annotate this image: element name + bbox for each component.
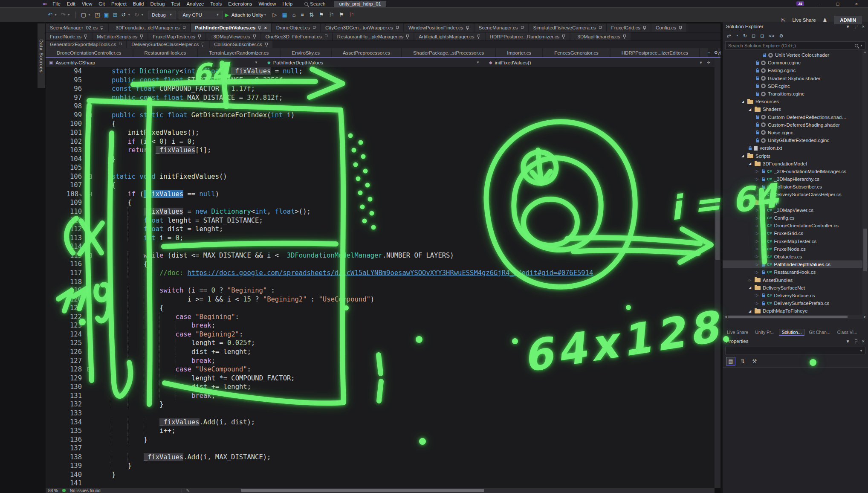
tree-item-3dfoundationmodel[interactable]: ◢3DFoundationModel	[723, 160, 868, 168]
expander-closed-icon[interactable]: ▷	[756, 302, 760, 305]
editor-vertical-scrollbar[interactable]	[715, 58, 720, 488]
tab-pathfinderdepthvalues-cs[interactable]: PathfinderDepthValues.cs×	[191, 23, 271, 32]
save-all-icon[interactable]: ⊞	[113, 12, 118, 17]
redo-icon[interactable]: ↻	[134, 12, 139, 17]
expander-open-icon[interactable]: ◢	[749, 200, 752, 204]
tree-item--3dmaphierarchy-cs[interactable]: ▷C#_3DMapHierarchy.cs	[723, 175, 868, 183]
expander-closed-icon[interactable]: ▷	[749, 278, 752, 282]
scroll-left-icon[interactable]: ◀	[723, 315, 728, 319]
tree-item-deliverysurface-cs[interactable]: ▷C#DeliverySurface.cs	[723, 292, 868, 299]
properties-object-combobox[interactable]: ▼	[725, 347, 865, 354]
nav-forward-icon[interactable]: ↷	[61, 12, 66, 17]
admin-button[interactable]: ADMIN	[834, 16, 862, 24]
tab-collisionsubscriber-cs[interactable]: CollisionSubscriber.cs	[210, 41, 272, 48]
close-icon[interactable]: ×	[264, 25, 266, 30]
tree-item-droneorientationcontroller-cs[interactable]: ▷C#DroneOrientationController.cs	[723, 222, 868, 229]
tab-scenemanager-cs[interactable]: SceneManager.cs	[475, 23, 528, 32]
tree-item-fruxelnode-cs[interactable]: ▷C#FruxelNode.cs	[723, 245, 868, 253]
tree-item-unitygbufferextended-cginc[interactable]: UnityGBufferExtended.cginc	[723, 136, 868, 144]
tree-item-common-cginc[interactable]: Common.cginc	[723, 59, 868, 67]
pin-icon[interactable]	[679, 26, 682, 30]
tree-item-custom-deferredreflections-shad-[interactable]: Custom-DeferredReflections.shad…	[723, 113, 868, 121]
menu-debug[interactable]: Debug	[150, 1, 165, 6]
tab-fruxelmaptester-cs[interactable]: FruxelMapTester.cs	[148, 32, 205, 41]
tree-item-version-txt[interactable]: version.txt	[723, 144, 868, 152]
alphabetical-icon[interactable]: ⇅	[738, 357, 747, 365]
open-file-icon[interactable]: ◳	[95, 12, 100, 17]
expander-open-icon[interactable]: ◢	[749, 309, 752, 313]
menu-test[interactable]: Test	[171, 1, 180, 6]
tab-config-cs[interactable]: Config.cs	[651, 23, 686, 32]
nav-back-icon[interactable]: ↶	[48, 12, 52, 17]
tree-vertical-scrollbar[interactable]: ▲	[862, 50, 868, 315]
panel-tab-solution-[interactable]: Solution...	[779, 329, 805, 336]
tree-item-sdf-cginc[interactable]: SDF.cginc	[723, 82, 868, 90]
editor-vertical-scrollbar-thumb[interactable]	[715, 200, 720, 260]
tab-assetpreprocessor-cs[interactable]: AssetPreprocessor.cs	[332, 48, 401, 57]
show-all-files-icon[interactable]: ⊡	[760, 33, 764, 39]
menu-window[interactable]: Window	[258, 1, 276, 6]
tree-item-scripts[interactable]: ◢Scripts	[723, 152, 868, 160]
expander-open-icon[interactable]: ◢	[741, 154, 745, 158]
fold-toggle[interactable]: −	[87, 315, 92, 319]
expander-closed-icon[interactable]: ▷	[756, 169, 760, 173]
sync-with-active-document-icon[interactable]: ⇄	[727, 33, 731, 39]
pin-icon[interactable]	[477, 34, 480, 39]
pin-icon[interactable]	[258, 26, 261, 30]
refresh-icon[interactable]: ↻	[743, 33, 747, 39]
expander-closed-icon[interactable]: ▷	[756, 255, 760, 258]
tab--3dmapviewer-cs[interactable]: _3DMapViewer.cs	[206, 32, 260, 41]
tab-hdrppostproce-izereditor-cs[interactable]: HDRPPostproce...izerEditor.cs	[610, 48, 700, 57]
tab-windowpositionfinder-cs[interactable]: WindowPositionFinder.cs	[404, 23, 473, 32]
menu-tools[interactable]: Tools	[210, 1, 222, 6]
maximize-button[interactable]: □	[834, 1, 842, 6]
tree-item-pathfinderdepthvalues-cs[interactable]: ▷C#PathfinderDepthValues.cs	[723, 261, 868, 268]
expander-closed-icon[interactable]: ▷	[756, 239, 760, 243]
breadcrumb-project[interactable]: ▣ Assembly-CSharp ▼	[46, 58, 264, 67]
bookmark-next-icon[interactable]: ⚑	[339, 12, 344, 17]
fold-toggle[interactable]: −	[87, 367, 92, 371]
pin-icon[interactable]	[84, 34, 87, 39]
expander-closed-icon[interactable]: ▷	[756, 270, 760, 274]
pin-icon[interactable]	[198, 34, 201, 39]
categorized-icon[interactable]: ▤	[726, 357, 735, 365]
tab-droneorientationcontroller-cs[interactable]: DroneOrientationController.cs	[46, 48, 133, 57]
undo-icon[interactable]: ↺	[121, 12, 126, 17]
expander-closed-icon[interactable]: ▷	[756, 247, 760, 251]
tab-generator2exportmaptools-cs[interactable]: Generator2ExportMapTools.cs	[46, 41, 126, 48]
expander-closed-icon[interactable]: ▷	[756, 232, 760, 235]
code-editor[interactable]: 94static Dictionary<int, float> _fixValu…	[46, 67, 715, 488]
fold-toggle[interactable]: −	[87, 174, 92, 179]
pin-icon[interactable]	[324, 34, 328, 39]
tab-envirosky-cs[interactable]: EnviroSky.cs	[281, 48, 331, 57]
tree-item-transitions-cginc[interactable]: Transitions.cginc	[723, 90, 868, 98]
tab-hdrppostproc-randomizer-cs[interactable]: HDRPPostproc...Randomizer.cs	[486, 32, 570, 41]
search-input[interactable]	[726, 43, 855, 48]
pin-icon[interactable]	[396, 26, 399, 30]
menu-help[interactable]: Help	[282, 1, 292, 6]
tab--3dfoundatio-delmanager-cs[interactable]: _3DFoundatio...delManager.cs	[109, 23, 190, 32]
tab-settings-icon[interactable]: ⚙	[714, 50, 718, 55]
panel-tab-class-vi-[interactable]: Class Vi...	[835, 329, 860, 335]
data-sources-vertical-tab[interactable]: Data Sources	[38, 23, 45, 88]
pin-icon[interactable]	[253, 34, 256, 39]
debug-target-dropdown[interactable]: Debug ▼	[148, 11, 176, 19]
pin-icon[interactable]	[643, 26, 646, 30]
tab-citygen3dgen-torwrapper-cs[interactable]: CityGen3DGen...torWrapper.cs	[321, 23, 403, 32]
tab-fruxelgrid-cs[interactable]: FruxelGrid.cs	[607, 23, 651, 32]
tree-item-assetbundles[interactable]: ▷AssetBundles	[723, 276, 868, 284]
pin-icon[interactable]	[854, 339, 858, 344]
tab-restaurantho-plemanager-cs[interactable]: RestaurantHo...pleManager.cs	[333, 32, 414, 41]
fold-toggle[interactable]: −	[87, 113, 92, 117]
tab-onesec3d-fileformat-cs[interactable]: OneSec3D_FileFormat.cs	[261, 32, 332, 41]
start-without-debugging-icon[interactable]: ▷	[272, 12, 277, 17]
tab-importer-cs[interactable]: Importer.cs	[496, 48, 542, 57]
new-file-icon[interactable]: ▢	[81, 12, 86, 17]
health-indicator-icon[interactable]	[62, 489, 66, 492]
pin-icon[interactable]	[201, 42, 205, 47]
tree-item-deliverysurfaceclasshelper-cs[interactable]: ▷C#DeliverySurfaceClassHelper.cs	[723, 191, 868, 198]
pin-icon[interactable]	[521, 26, 524, 30]
pin-icon[interactable]	[265, 42, 268, 47]
tree-item-deliverysurfaceprefab-cs[interactable]: ▷C#DeliverySurfacePrefab.cs	[723, 299, 868, 307]
attach-to-unity-button[interactable]: ▶ Attach to Unity ▼	[225, 12, 266, 18]
